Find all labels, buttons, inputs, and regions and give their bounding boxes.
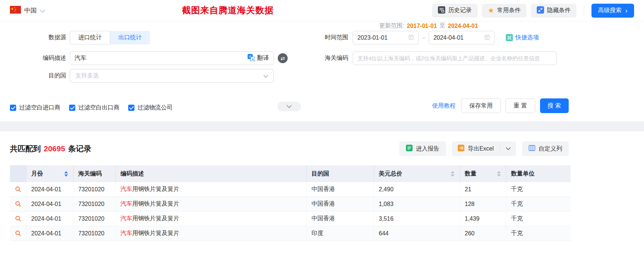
time-range-label: 时间范围	[313, 34, 348, 41]
cell-unit: 千克	[506, 226, 571, 241]
reset-button[interactable]: 重 置	[506, 98, 535, 113]
calendar-icon	[484, 34, 490, 41]
header-cell-month[interactable]: 月份	[26, 165, 73, 182]
table-row: 2024-04-01 73201020 汽车用钢铁片簧及簧片 中国香港 1,08…	[10, 197, 571, 212]
cell-unit: 千克	[506, 182, 571, 196]
header-cell-unit: 数量单位	[506, 165, 571, 182]
cell-hscode: 73201020	[73, 182, 116, 196]
customs-code-row: 海关编码	[313, 51, 557, 65]
tab-export-stats[interactable]: 出口统计	[110, 31, 150, 44]
header-cell-quantity[interactable]: 数量	[460, 165, 506, 182]
filter-blank-importer[interactable]: 过滤空白进口商	[10, 104, 60, 112]
enter-report-button[interactable]: 进入报告	[399, 141, 446, 156]
export-icon	[458, 145, 464, 153]
magnifier-icon[interactable]	[15, 201, 21, 207]
sort-icon[interactable]	[64, 171, 68, 177]
arrow-right-icon: ›	[625, 7, 627, 14]
magnifier-icon[interactable]	[15, 230, 21, 236]
columns-icon	[529, 145, 535, 153]
form-actions: 使用教程 保存常用 重 置 搜 索	[432, 98, 569, 113]
translate-button[interactable]: 中A 翻译	[248, 54, 269, 63]
end-date-input[interactable]: 2024-04-01	[429, 31, 495, 44]
svg-text:★: ★	[14, 10, 15, 12]
keyword-highlight: 汽车	[120, 215, 132, 223]
chevron-down-icon	[506, 147, 511, 150]
update-range-end: 2024-04-01	[448, 23, 478, 29]
keyword-highlight: 汽车	[120, 200, 132, 208]
favorites-button[interactable]: ★ 常用条件	[482, 4, 526, 18]
translate-icon: 中A	[248, 54, 255, 63]
watermark-title: 截图来自腾道海关数据	[182, 4, 274, 16]
export-options-button[interactable]	[500, 141, 516, 156]
filter-checkboxes: 过滤空白进口商 过滤空白出口商 过滤物流公司	[10, 104, 173, 112]
cell-usd-total: 644	[374, 226, 460, 241]
search-button[interactable]: 搜 索	[540, 98, 569, 113]
filter-logistics-company[interactable]: 过滤物流公司	[128, 104, 173, 112]
favorites-label: 常用条件	[497, 7, 521, 14]
update-range-to: 至	[439, 22, 445, 30]
magnifier-icon[interactable]	[15, 216, 21, 222]
results-section: 共匹配到 20695 条记录 进入报告 导出Excel	[0, 131, 644, 253]
export-excel-button[interactable]: 导出Excel	[452, 141, 500, 156]
cell-month: 2024-04-01	[26, 212, 73, 226]
country-selector[interactable]: ★★★★★ 中国	[10, 6, 44, 15]
header-cell-rowtools	[10, 165, 26, 182]
tab-import-stats[interactable]: 进口统计	[70, 31, 110, 44]
translate-label: 翻译	[257, 54, 269, 62]
filter-blank-exporter[interactable]: 过滤空白出口商	[69, 104, 119, 112]
topbar-actions: 历史记录 ★ 常用条件 隐藏条件 高级搜索 ›	[432, 4, 634, 18]
cell-usd-total: 2,490	[374, 182, 460, 196]
code-desc-input[interactable]	[75, 55, 248, 62]
quick-options-link[interactable]: ⌘ 快捷选项	[506, 34, 539, 41]
advanced-search-label: 高级搜索	[598, 7, 622, 14]
cell-description: 汽车用钢铁片簧及簧片	[116, 212, 307, 226]
code-desc-label: 编码描述	[10, 54, 66, 62]
chevron-down-icon	[287, 105, 292, 108]
results-table: 月份 海关编码 编码描述 目的国 美元总价 数量	[10, 165, 571, 241]
hide-conditions-button[interactable]: 隐藏条件	[531, 4, 576, 18]
star-icon: ★	[488, 7, 494, 14]
magnifier-icon[interactable]	[15, 186, 21, 192]
cell-unit: 千克	[506, 197, 571, 211]
cell-description: 汽车用钢铁片簧及簧片	[116, 226, 307, 241]
history-label: 历史记录	[448, 7, 472, 14]
column-label: 数量	[465, 170, 476, 178]
start-date-input[interactable]: 2023-01-01	[353, 31, 419, 44]
cell-destination: 中国香港	[307, 197, 374, 211]
advanced-search-button[interactable]: 高级搜索 ›	[591, 4, 634, 18]
date-range-separator: –	[422, 35, 425, 41]
cell-month: 2024-04-01	[26, 197, 73, 211]
header-cell-usd-total[interactable]: 美元总价	[374, 165, 460, 182]
history-button[interactable]: 历史记录	[432, 4, 478, 18]
cell-quantity: 21	[460, 182, 506, 196]
table-row: 2024-04-01 73201020 汽车用钢铁片簧及簧片 中国香港 3,51…	[10, 212, 571, 226]
dest-country-placeholder: 支持多选	[75, 72, 263, 80]
sort-icon[interactable]	[451, 171, 454, 177]
customs-code-input[interactable]	[357, 55, 552, 61]
keyword-highlight: 汽车	[120, 229, 132, 237]
tutorial-link[interactable]: 使用教程	[432, 102, 456, 110]
custom-columns-button[interactable]: 自定义列	[522, 141, 569, 156]
cell-month: 2024-04-01	[26, 182, 73, 196]
topbar: ★★★★★ 中国 截图来自腾道海关数据 历史记录 ★ 常用条件 隐藏条件	[0, 0, 644, 21]
update-range: 更新范围: 2017-01-01 至 2024-04-01	[379, 22, 478, 30]
cell-destination: 中国香港	[307, 212, 374, 226]
column-label: 美元总价	[379, 170, 402, 178]
cell-month: 2024-04-01	[26, 226, 73, 241]
cell-hscode: 73201020	[73, 226, 116, 241]
export-excel-combo: 导出Excel	[452, 141, 516, 156]
country-label: 中国	[24, 6, 37, 15]
topbar-divider	[584, 6, 584, 16]
save-favorite-button[interactable]: 保存常用	[461, 98, 501, 113]
time-range-row: 时间范围 2023-01-01 – 2024-04-01 ⌘ 快捷选项	[313, 31, 539, 44]
column-label: 数量单位	[511, 170, 535, 178]
filter-label: 过滤空白进口商	[19, 104, 60, 112]
column-label: 目的国	[312, 170, 329, 178]
checkbox-checked-icon	[10, 105, 16, 111]
swap-icon[interactable]: ⇄	[278, 53, 288, 63]
dest-country-select[interactable]: 支持多选	[70, 69, 274, 83]
sort-icon[interactable]	[497, 171, 501, 177]
cell-quantity: 1,439	[460, 212, 506, 226]
results-summary: 共匹配到 20695 条记录	[10, 141, 91, 156]
collapse-form-button[interactable]	[277, 102, 301, 111]
